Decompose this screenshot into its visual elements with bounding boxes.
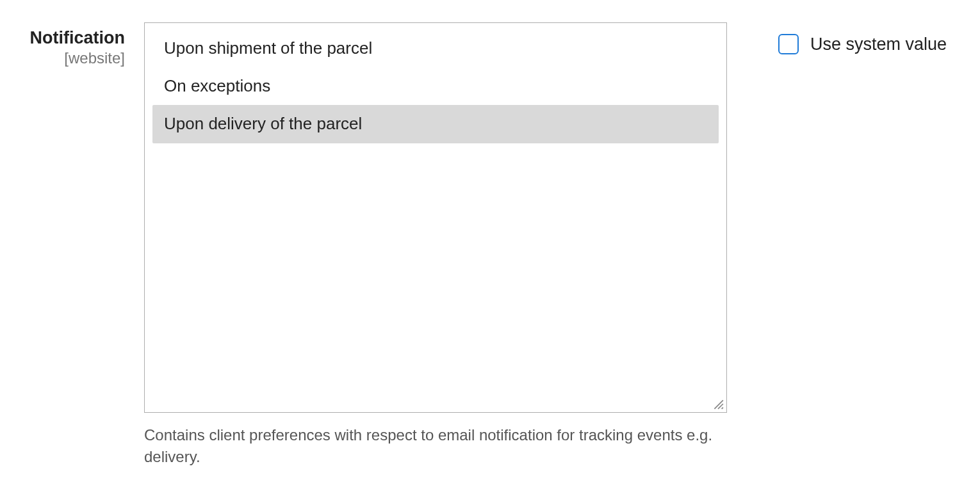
option-upon-shipment[interactable]: Upon shipment of the parcel [152, 29, 719, 67]
svg-line-2 [722, 408, 723, 409]
field-scope: [website] [0, 49, 125, 67]
resize-handle-icon[interactable] [712, 398, 724, 410]
use-system-value-label[interactable]: Use system value [810, 35, 947, 54]
label-column: Notification [website] [0, 22, 144, 67]
field-label: Notification [0, 29, 125, 48]
system-value-column: Use system value [727, 22, 947, 54]
listbox-inner: Upon shipment of the parcel On exception… [145, 29, 726, 143]
notification-listbox[interactable]: Upon shipment of the parcel On exception… [144, 22, 727, 413]
use-system-value-checkbox[interactable] [778, 34, 799, 54]
config-row: Notification [website] Upon shipment of … [0, 0, 980, 467]
option-upon-delivery[interactable]: Upon delivery of the parcel [152, 105, 719, 143]
field-help-text: Contains client preferences with respect… [144, 424, 727, 467]
field-column: Upon shipment of the parcel On exception… [144, 22, 727, 467]
option-on-exceptions[interactable]: On exceptions [152, 67, 719, 105]
